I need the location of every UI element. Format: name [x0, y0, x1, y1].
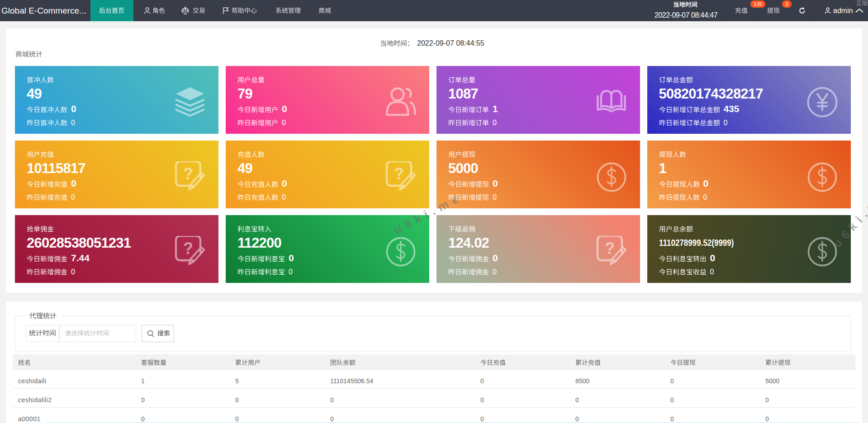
svg-text:?: ? — [183, 239, 193, 258]
svg-text:?: ? — [183, 164, 193, 183]
svg-text:?: ? — [605, 239, 615, 258]
svg-text:?: ? — [394, 164, 404, 183]
